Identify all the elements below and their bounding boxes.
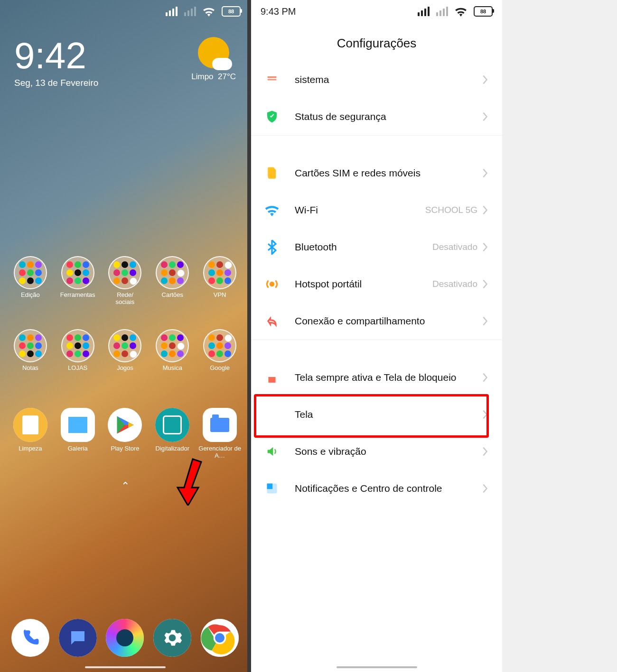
weather-widget[interactable]: Limpo 27°C <box>191 37 236 82</box>
settings-row-sim[interactable]: Cartões SIM e redes móveis <box>251 155 502 192</box>
folder-edição[interactable]: Edição <box>7 256 54 311</box>
settings-row-system[interactable]: sistema <box>251 61 502 98</box>
settings-row-wifi[interactable]: Wi-FiSCHOOL 5G <box>251 192 502 229</box>
dock-messages[interactable] <box>54 619 102 660</box>
folder-ferramentas[interactable]: Ferramentas <box>54 256 102 311</box>
settings-row-hotspot[interactable]: Hotspot portátilDesativado <box>251 266 502 303</box>
settings-row-sun[interactable]: Tela <box>251 396 502 433</box>
weather-text: Limpo 27°C <box>191 72 236 82</box>
row-label: Cartões SIM e redes móveis <box>295 162 482 184</box>
row-value: SCHOOL 5G <box>425 205 477 215</box>
signal-1-icon <box>166 7 178 16</box>
folder-icon <box>108 329 141 362</box>
folder-label: Ferramentas <box>60 291 95 298</box>
folder-label: Musica <box>163 364 182 371</box>
wifi-icon <box>455 6 467 17</box>
home-screen: 88 9:42 Seg, 13 de Fevereiro Limpo 27°C … <box>0 0 250 672</box>
row-label: Tela sempre ativa e Tela de bloqueio <box>295 366 482 389</box>
row-value: Desativado <box>432 279 477 289</box>
battery-icon: 88 <box>222 6 241 17</box>
row-label: Status de segurança <box>295 105 482 128</box>
dock-browser[interactable] <box>102 619 149 660</box>
chevron-right-icon <box>482 483 488 494</box>
folder-cartões[interactable]: Cartões <box>149 256 196 311</box>
folder-google[interactable]: Google <box>196 329 243 384</box>
status-time: 9:43 PM <box>261 6 296 17</box>
page-title: Configurações <box>251 23 502 61</box>
folder-icon <box>203 329 236 362</box>
share-icon <box>262 312 281 331</box>
folder-icon <box>14 329 47 362</box>
folder-label: Notas <box>22 364 38 371</box>
row-label: Tela <box>295 403 482 426</box>
sun-icon <box>262 405 281 424</box>
signal-2-icon <box>184 7 196 16</box>
svg-point-9 <box>270 282 274 286</box>
app-gerenciador-de-a-[interactable]: Gerenciador de A… <box>196 408 243 459</box>
chrome-icon <box>201 619 239 657</box>
settings-row-lock[interactable]: Tela sempre ativa e Tela de bloqueio <box>251 359 502 396</box>
app-icon <box>108 408 142 442</box>
signal-2-icon <box>436 7 448 16</box>
app-icon <box>13 408 47 442</box>
bt-icon <box>262 238 281 257</box>
wifi-icon <box>262 201 281 220</box>
battery-level: 88 <box>222 6 241 17</box>
notif-icon <box>262 479 281 498</box>
folder-notas[interactable]: Notas <box>7 329 54 384</box>
status-bar-left: 88 <box>0 0 250 23</box>
svg-marker-3 <box>129 422 134 428</box>
folder-musica[interactable]: Musica <box>149 329 196 384</box>
phone-icon <box>11 619 49 657</box>
row-value: Desativado <box>432 242 477 252</box>
settings-row-notif[interactable]: Notificações e Centro de controle <box>251 470 502 507</box>
chevron-right-icon <box>482 74 488 85</box>
folder-rede-sociais[interactable]: Rede/ sociais <box>102 256 149 311</box>
folder-label: Cartões <box>162 291 184 298</box>
folder-icon <box>108 256 141 289</box>
folder-label: Jogos <box>117 364 133 371</box>
app-play-store[interactable]: Play Store <box>102 408 149 459</box>
app-icon <box>203 408 237 442</box>
settings-row-bt[interactable]: BluetoothDesativado <box>251 229 502 266</box>
dock-chrome[interactable] <box>196 619 243 660</box>
chevron-right-icon <box>482 205 488 215</box>
app-digitalizador[interactable]: Digitalizador <box>149 408 196 459</box>
settings-row-share[interactable]: Conexão e compartilhamento <box>251 303 502 340</box>
folder-lojas[interactable]: LOJAS <box>54 329 102 384</box>
browser-icon <box>106 619 144 657</box>
home-indicator[interactable] <box>337 666 417 668</box>
dock-settings[interactable] <box>149 619 196 660</box>
weather-sun-icon <box>198 37 229 68</box>
settings-row-sound[interactable]: Sons e vibração <box>251 433 502 470</box>
battery-level: 88 <box>474 6 493 17</box>
chevron-right-icon <box>482 168 488 178</box>
drawer-handle-icon[interactable]: ⌃ <box>0 480 250 492</box>
svg-rect-21 <box>267 484 273 489</box>
settings-row-shield[interactable]: Status de segurança <box>251 98 502 135</box>
folder-label: VPN <box>214 291 226 298</box>
folder-label: Rede/ sociais <box>116 291 135 305</box>
chevron-right-icon <box>482 279 488 289</box>
app-galeria[interactable]: Galeria <box>54 408 102 459</box>
svg-rect-10 <box>268 377 275 383</box>
group-separator <box>251 135 502 155</box>
row-label: Conexão e compartilhamento <box>295 310 482 332</box>
settings-screen: 9:43 PM 88 Configurações sistemaStatus d… <box>247 0 502 672</box>
folder-label: LOJAS <box>68 364 87 371</box>
folder-vpn[interactable]: VPN <box>196 256 243 311</box>
lock-icon <box>262 368 281 387</box>
folder-icon <box>61 256 94 289</box>
system-icon <box>262 70 281 89</box>
chevron-right-icon <box>482 111 488 122</box>
app-label: Limpeza <box>8 445 53 452</box>
row-label: Hotspot portátil <box>295 273 432 295</box>
row-label: sistema <box>295 68 482 91</box>
home-indicator[interactable] <box>85 666 166 668</box>
clock-widget[interactable]: 9:42 Seg, 13 de Fevereiro Limpo 27°C <box>0 23 250 93</box>
folder-jogos[interactable]: Jogos <box>102 329 149 384</box>
app-label: Galeria <box>55 445 101 452</box>
app-limpeza[interactable]: Limpeza <box>7 408 54 459</box>
dock-phone[interactable] <box>7 619 54 660</box>
row-label: Notificações e Centro de controle <box>295 477 482 500</box>
